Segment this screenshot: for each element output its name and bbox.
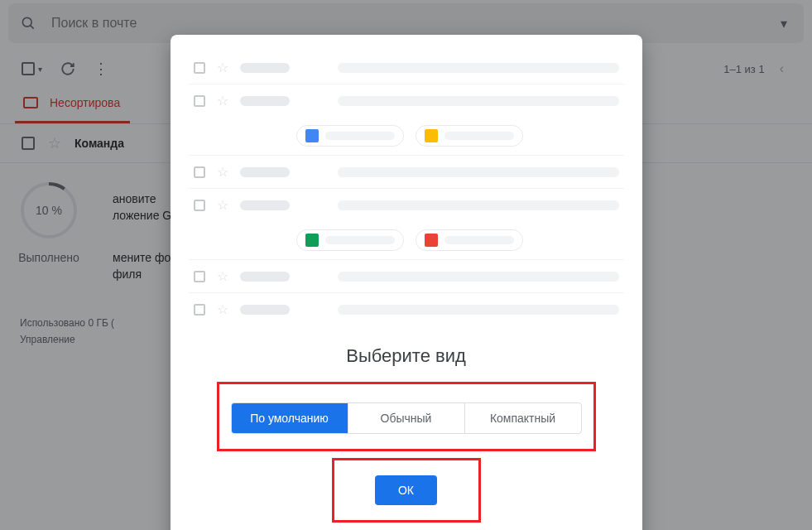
density-option-comfortable[interactable]: Обычный [348, 403, 465, 433]
attachment-chip-sheets [296, 229, 404, 251]
modal-title: Выберите вид [171, 345, 642, 367]
preview-row: ☆ [189, 260, 624, 293]
checkbox-icon [194, 271, 205, 282]
density-preview: ☆ ☆ [189, 51, 624, 325]
checkbox-icon [194, 200, 205, 211]
density-option-compact[interactable]: Компактный [465, 403, 581, 433]
checkbox-icon [194, 166, 205, 178]
star-icon: ☆ [217, 164, 228, 180]
star-icon: ☆ [217, 301, 228, 317]
attachment-chip-docs [296, 125, 404, 147]
slides-icon [425, 129, 438, 142]
preview-row: ☆ [189, 293, 624, 325]
ok-button[interactable]: ОК [375, 475, 437, 505]
star-icon: ☆ [217, 93, 228, 108]
preview-row: ☆ [189, 51, 624, 84]
docs-icon [305, 129, 319, 142]
density-segmented-control: По умолчанию Обычный Компактный [231, 402, 582, 434]
image-icon [425, 234, 438, 247]
ok-button-highlight: ОК [332, 458, 481, 523]
modal-overlay: ☆ ☆ [0, 0, 812, 530]
attachment-chip-slides [416, 125, 523, 147]
density-option-default[interactable]: По умолчанию [232, 403, 348, 433]
checkbox-icon [194, 304, 205, 316]
density-options-highlight: По умолчанию Обычный Компактный [217, 382, 596, 451]
checkbox-icon [194, 62, 205, 74]
star-icon: ☆ [217, 197, 228, 213]
star-icon: ☆ [217, 268, 228, 284]
preview-row: ☆ [189, 156, 624, 189]
sheets-icon [305, 234, 319, 247]
star-icon: ☆ [217, 60, 228, 75]
preview-row: ☆ [189, 189, 624, 221]
checkbox-icon [194, 95, 205, 107]
density-modal: ☆ ☆ [171, 35, 642, 530]
attachment-chip-image [416, 229, 523, 251]
preview-row: ☆ [189, 84, 624, 117]
